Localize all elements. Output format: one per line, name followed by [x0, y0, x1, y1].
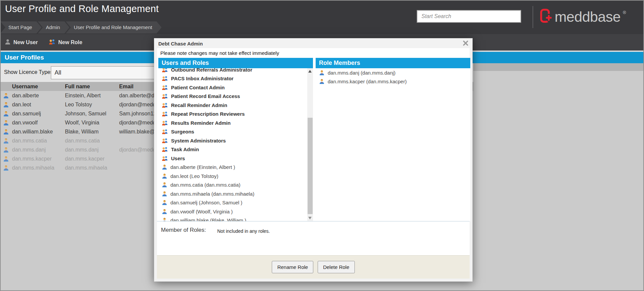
user-icon — [1, 93, 12, 99]
role-icon — [162, 102, 168, 108]
user-icon — [1, 156, 12, 162]
list-item[interactable]: dan.mms.mihaela (dan.mms.mihaela) — [158, 189, 307, 198]
list-item[interactable]: System Administrators — [158, 136, 307, 145]
licence-type-selected: All — [55, 69, 61, 76]
dialog-body: Please note changes may not take effect … — [157, 48, 470, 279]
meddbase-logo-icon — [540, 8, 552, 25]
close-icon[interactable] — [463, 40, 468, 46]
user-icon — [162, 200, 167, 205]
list-item[interactable]: Results Reminder Admin — [158, 118, 307, 127]
list-item[interactable]: Users — [158, 154, 307, 163]
breadcrumb-item[interactable]: Admin — [38, 21, 70, 33]
list-item[interactable]: Patient Contact Admin — [158, 83, 307, 92]
list-item-label: Patient Record Email Access — [171, 93, 240, 99]
licence-filter-label: Show Licence Types — [4, 69, 53, 75]
user-icon — [1, 111, 12, 117]
role-icon — [162, 93, 168, 99]
list-item[interactable]: dan.vwoolf (Woolf, Virginia ) — [158, 207, 307, 216]
new-user-label: New User — [13, 39, 38, 45]
username-cell: dan.vwoolf — [12, 120, 65, 126]
debt-chase-admin-dialog: Debt Chase Admin Please note changes may… — [154, 38, 473, 282]
breadcrumb-item[interactable]: User Profile and Role Management — [66, 21, 161, 33]
member-of-roles-label: Member of Roles: — [161, 227, 206, 233]
list-item[interactable]: dan.leot (Leo Tolstoy) — [158, 172, 307, 181]
list-item-label: dan.leot (Leo Tolstoy) — [170, 173, 218, 179]
list-item-label: Repeat Prescription Reviewers — [171, 111, 245, 117]
list-item[interactable]: dan.william.blake (Blake, William ) — [158, 216, 307, 221]
list-item-label: Users — [171, 156, 185, 161]
list-item[interactable]: dan.mms.kacper (dan.mms.kacper) — [316, 77, 470, 86]
user-icon — [162, 164, 167, 170]
user-icon — [162, 191, 167, 197]
new-user-icon — [5, 39, 11, 46]
role-icon — [162, 138, 168, 143]
list-item[interactable]: Surgeons — [158, 127, 307, 136]
list-item-label: dan.william.blake (Blake, William ) — [170, 217, 246, 221]
dialog-title: Debt Chase Admin — [158, 41, 203, 46]
section-title: User Profiles — [5, 54, 44, 61]
role-icon — [162, 111, 168, 117]
list-item[interactable]: dan.samuelj (Johnson, Samuel ) — [158, 198, 307, 207]
list-item-label: dan.alberte (Einstein, Albert ) — [170, 164, 235, 170]
role-icon — [162, 129, 168, 134]
username-cell: dan.mms.catia — [12, 138, 65, 144]
list-item-label: System Administrators — [171, 138, 226, 143]
fullname-cell: dan.mms.catia — [65, 138, 119, 144]
scroll-down-icon[interactable] — [308, 217, 312, 219]
fullname-cell: dan.mms.mihaela — [65, 165, 119, 171]
username-cell: dan.leot — [12, 102, 65, 108]
member-of-roles-section: Member of Roles: Not included in any rol… — [157, 221, 470, 256]
delete-role-button[interactable]: Delete Role — [318, 261, 354, 273]
rename-role-button[interactable]: Rename Role — [272, 261, 313, 273]
role-icon — [162, 85, 168, 90]
dialog-panels: Users and Roles — [157, 58, 470, 221]
user-icon — [162, 173, 167, 179]
new-role-button[interactable]: New Role — [49, 39, 82, 46]
list-item-label: dan.samuelj (Johnson, Samuel ) — [170, 200, 242, 205]
list-item[interactable]: Recall Reminder Admin — [158, 101, 307, 110]
users-and-roles-panel: Users and Roles — [158, 58, 313, 221]
user-icon — [162, 217, 167, 221]
scroll-up-icon[interactable] — [308, 70, 312, 73]
fullname-cell: dan.mms.kacper — [65, 156, 119, 162]
list-item[interactable]: PACS Inbox Administrator — [158, 74, 307, 83]
fullname-cell: Einstein, Albert — [65, 93, 119, 99]
user-icon — [1, 102, 12, 108]
list-item[interactable]: Outbound Referrals Administrator — [158, 68, 307, 74]
new-user-button[interactable]: New User — [5, 39, 38, 46]
username-cell: dan.mms.mihaela — [12, 165, 65, 171]
list-item[interactable]: dan.mms.catia (dan.mms.catia) — [158, 181, 307, 190]
page-title: User Profile and Role Management — [5, 3, 159, 14]
role-members-panel: Role Members — [316, 58, 470, 221]
search-input[interactable] — [417, 10, 521, 23]
right-panel-subheader — [473, 63, 643, 71]
brand-registered-mark: ® — [623, 10, 626, 15]
meddbase-logo: meddbase ® — [540, 8, 626, 25]
dialog-note: Please note changes may not take effect … — [157, 48, 470, 58]
user-icon — [1, 120, 12, 126]
breadcrumb-item[interactable]: Start Page — [0, 21, 42, 33]
username-cell: dan.mms.kacper — [12, 156, 65, 162]
list-item-label: dan.mms.kacper (dan.mms.kacper) — [328, 79, 407, 84]
list-item-label: Recall Reminder Admin — [171, 102, 227, 108]
list-item[interactable]: dan.alberte (Einstein, Albert ) — [158, 163, 307, 172]
list-item-label: dan.mms.catia (dan.mms.catia) — [170, 182, 240, 188]
fullname-cell: Leo Tolstoy — [65, 102, 119, 108]
username-cell: dan.samuelj — [12, 111, 65, 117]
list-item[interactable]: Patient Record Email Access — [158, 92, 307, 101]
list-item[interactable]: Repeat Prescription Reviewers — [158, 110, 307, 119]
list-scrollbar — [307, 68, 313, 221]
fullname-cell: Johnson, Samuel — [65, 111, 119, 117]
list-item-label: dan.mms.danj (dan.mms.danj) — [328, 70, 396, 76]
username-column-header: Username — [12, 84, 65, 90]
new-role-label: New Role — [58, 39, 82, 45]
role-members-header: Role Members — [316, 58, 470, 68]
list-item-label: Patient Contact Admin — [171, 85, 225, 90]
list-item-label: Outbound Referrals Administrator — [171, 68, 252, 73]
fullname-cell: dan.mms.danj — [65, 147, 119, 153]
username-cell: dan.alberte — [12, 93, 65, 99]
list-item[interactable]: Task Admin — [158, 145, 307, 154]
scrollbar-thumb[interactable] — [308, 118, 313, 214]
list-item[interactable]: dan.mms.danj (dan.mms.danj) — [316, 68, 470, 77]
role-members-list: dan.mms.danj (dan.mms.danj) — [316, 68, 470, 221]
